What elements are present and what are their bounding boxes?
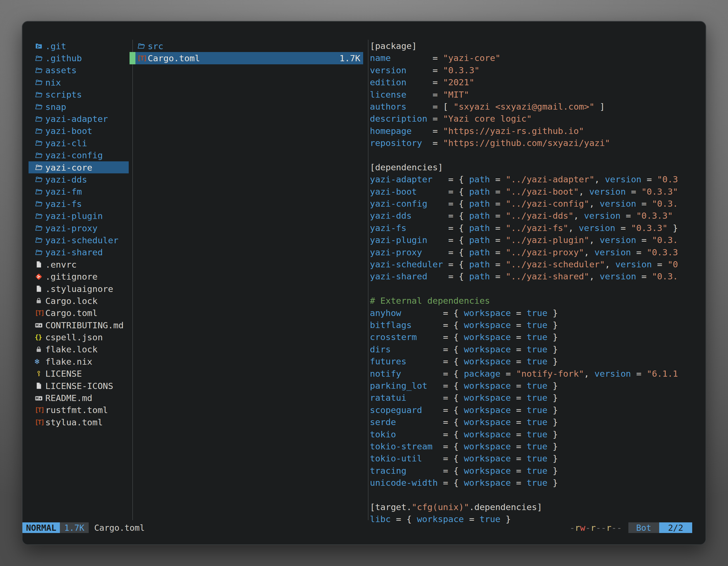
preview-pane: [package]name = "yazi-core"version = "0.… (370, 40, 703, 525)
pane-separator (132, 40, 133, 520)
sidebar-item-cspell-json[interactable]: {}cspell.json (29, 331, 129, 343)
folder-open-icon (35, 247, 45, 259)
folder-open-icon (35, 52, 45, 64)
sidebar-item-yazi-fm[interactable]: yazi-fm (29, 186, 129, 198)
preview-line: [target."cfg(unix)".dependencies] (370, 501, 703, 513)
sidebar-item-scripts[interactable]: scripts (29, 89, 129, 101)
file-label: rustfmt.toml (45, 405, 108, 415)
preview-line: yazi-shared = { path = "../yazi-shared",… (370, 271, 703, 283)
folder-open-icon (35, 76, 45, 88)
file-label: yazi-core (45, 163, 92, 173)
sidebar-item-yazi-boot[interactable]: yazi-boot (29, 125, 129, 137)
folder-open-icon (35, 173, 45, 186)
preview-line: description = "Yazi core logic" (370, 113, 703, 125)
cursor-counter-badge: 2/2 (659, 522, 692, 533)
folder-open-icon (35, 101, 45, 113)
lock-icon (35, 343, 45, 355)
lock-icon (35, 295, 45, 307)
sidebar-item-contributing-md[interactable]: CONTRIBUTING.md (29, 319, 129, 331)
sidebar-item-snap[interactable]: snap (29, 101, 129, 113)
current-item-src[interactable]: src (135, 40, 363, 52)
current-item-cargo-toml[interactable]: [T]Cargo.toml1.7K (135, 52, 363, 64)
sidebar-item-git[interactable]: .git (29, 40, 129, 52)
folder-open-icon (35, 125, 45, 137)
sidebar-item-yazi-fs[interactable]: yazi-fs (29, 198, 129, 210)
json-icon: {} (35, 331, 45, 343)
sidebar-item-styluaignore[interactable]: .styluaignore (29, 283, 129, 295)
preview-line: yazi-dds = { path = "../yazi-dds", versi… (370, 210, 703, 222)
pane-separator (368, 40, 368, 520)
toml-icon: [T] (35, 404, 45, 416)
sidebar-item-envrc[interactable]: .envrc (29, 259, 129, 271)
sidebar-item-yazi-proxy[interactable]: yazi-proxy (29, 222, 129, 234)
sidebar-item-yazi-shared[interactable]: yazi-shared (29, 247, 129, 259)
sidebar-item-yazi-scheduler[interactable]: yazi-scheduler (29, 234, 129, 246)
parent-pane: .git.githubassetsnixscriptssnapyazi-adap… (29, 40, 129, 428)
file-permissions: -rw-r--r-- (570, 523, 622, 533)
preview-line: futures = { workspace = true } (370, 355, 703, 367)
toml-icon: [T] (137, 52, 148, 64)
sidebar-item-license[interactable]: LICENSE (29, 368, 129, 380)
preview-line: tokio-util = { workspace = true } (370, 452, 703, 464)
file-label: yazi-scheduler (45, 235, 118, 245)
sidebar-item-yazi-core[interactable]: yazi-core (29, 161, 129, 173)
preview-line: authors = [ "sxyazi <sxyazi@gmail.com>" … (370, 101, 703, 113)
sidebar-item-nix[interactable]: nix (29, 76, 129, 88)
sidebar-item-rustfmt-toml[interactable]: [T]rustfmt.toml (29, 404, 129, 416)
sidebar-item-yazi-cli[interactable]: yazi-cli (29, 137, 129, 149)
sidebar-item-yazi-adapter[interactable]: yazi-adapter (29, 113, 129, 125)
current-pane: src[T]Cargo.toml1.7K (135, 40, 363, 64)
sidebar-item-yazi-dds[interactable]: yazi-dds (29, 173, 129, 186)
file-label: CONTRIBUTING.md (45, 320, 124, 330)
file-label: .github (45, 53, 82, 63)
preview-line: yazi-fs = { path = "../yazi-fs", version… (370, 222, 703, 234)
preview-line: [dependencies] (370, 161, 703, 173)
file-label: yazi-plugin (45, 211, 103, 221)
file-label: yazi-boot (45, 126, 92, 136)
preview-line: yazi-scheduler = { path = "../yazi-sched… (370, 259, 703, 271)
sidebar-item-github[interactable]: .github (29, 52, 129, 64)
preview-line: name = "yazi-core" (370, 52, 703, 64)
preview-line: bitflags = { workspace = true } (370, 319, 703, 331)
preview-line: notify = { package = "notify-fork", vers… (370, 368, 703, 380)
file-label: Cargo.toml (148, 53, 200, 63)
folder-open-icon (35, 234, 45, 246)
git-icon (35, 271, 45, 283)
file-label: snap (45, 102, 66, 112)
file-label: LICENSE (45, 368, 82, 379)
preview-line: tracing = { workspace = true } (370, 465, 703, 477)
preview-line: anyhow = { workspace = true } (370, 307, 703, 319)
sidebar-item-stylua-toml[interactable]: [T]stylua.toml (29, 416, 129, 428)
file-label: .gitignore (45, 272, 98, 282)
sidebar-item-yazi-config[interactable]: yazi-config (29, 149, 129, 161)
file-label: yazi-config (45, 150, 103, 160)
sidebar-item-readme-md[interactable]: README.md (29, 392, 129, 404)
sidebar-item-flake-nix[interactable]: ❄flake.nix (29, 355, 129, 367)
sidebar-item-yazi-plugin[interactable]: yazi-plugin (29, 210, 129, 222)
file-label: .git (45, 41, 66, 51)
sidebar-item-cargo-lock[interactable]: Cargo.lock (29, 295, 129, 307)
sidebar-item-cargo-toml[interactable]: [T]Cargo.toml (29, 307, 129, 319)
preview-line (370, 489, 703, 501)
scroll-position-badge: Bot (628, 522, 659, 533)
toml-icon: [T] (35, 307, 45, 319)
folder-open-icon (35, 222, 45, 234)
preview-line: [package] (370, 40, 703, 52)
preview-line: serde = { workspace = true } (370, 416, 703, 428)
status-filename: Cargo.toml (94, 523, 145, 533)
file-icon (35, 380, 45, 392)
preview-line: ratatui = { workspace = true } (370, 392, 703, 404)
sidebar-item-assets[interactable]: assets (29, 64, 129, 76)
file-size-badge: 1.7K (60, 522, 88, 533)
folder-open-icon (35, 113, 45, 125)
preview-line: license = "MIT" (370, 89, 703, 101)
sidebar-item-gitignore[interactable]: .gitignore (29, 271, 129, 283)
file-label: .envrc (45, 260, 77, 270)
sidebar-item-flake-lock[interactable]: flake.lock (29, 343, 129, 355)
file-label: yazi-fm (45, 187, 82, 197)
preview-line: homepage = "https://yazi-rs.github.io" (370, 125, 703, 137)
file-label: assets (45, 65, 77, 75)
sidebar-item-license-icons[interactable]: LICENSE-ICONS (29, 380, 129, 392)
preview-line: yazi-plugin = { path = "../yazi-plugin",… (370, 234, 703, 246)
preview-line: parking_lot = { workspace = true } (370, 380, 703, 392)
